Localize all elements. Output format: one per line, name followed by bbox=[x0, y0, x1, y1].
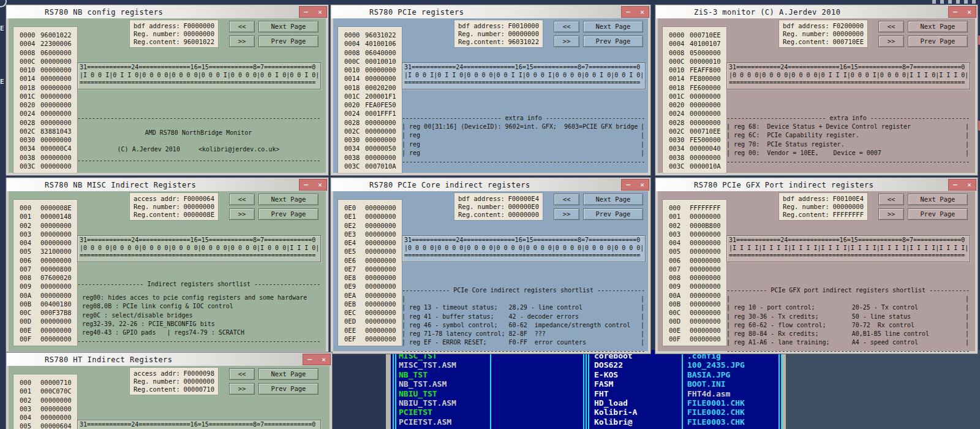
next-page-button[interactable]: Next Page bbox=[258, 368, 318, 380]
prev-page-button[interactable]: Prev Page bbox=[258, 36, 318, 47]
nav-forward-button[interactable]: >> bbox=[229, 36, 255, 47]
minimize-button[interactable]: – bbox=[621, 179, 635, 191]
next-page-button[interactable]: Next Page bbox=[908, 21, 968, 32]
file-item[interactable]: DOS622 bbox=[594, 360, 623, 370]
prev-page-button[interactable]: Prev Page bbox=[583, 36, 643, 47]
next-page-button[interactable]: Next Page bbox=[258, 194, 318, 205]
register-address: 0018 bbox=[344, 83, 360, 92]
file-item[interactable]: MISC_TST.ASM bbox=[399, 360, 456, 370]
file-item[interactable]: NB_TST.ASM bbox=[399, 379, 447, 389]
file-item[interactable]: FHT4d.asm bbox=[687, 389, 730, 398]
minimize-button[interactable]: – bbox=[948, 6, 962, 18]
close-button[interactable]: ✕ bbox=[962, 179, 976, 191]
titlebar[interactable]: RS780 HT Indirect Registers–✕ bbox=[7, 353, 331, 366]
file-item[interactable]: FHT bbox=[594, 389, 608, 398]
prev-page-button[interactable]: Prev Page bbox=[908, 208, 968, 220]
nav-forward-button[interactable]: >> bbox=[878, 36, 904, 47]
nav-back-button[interactable]: << bbox=[878, 194, 904, 205]
nav-back-button[interactable]: << bbox=[229, 21, 255, 32]
file-manager-panel[interactable]: MISC_TSTMISC_TST.ASMNB_TSTNB_TST.ASMNBIU… bbox=[391, 350, 782, 429]
register-value: 00000000 bbox=[40, 396, 72, 404]
window-content: 00000000710001000C070C002000000000030000… bbox=[9, 366, 330, 429]
file-item[interactable]: NB_TST bbox=[399, 370, 428, 379]
file-item[interactable]: FILE0003.CHK bbox=[687, 417, 745, 427]
file-item[interactable]: FILE0002.CHK bbox=[687, 408, 745, 417]
minimize-button[interactable]: – bbox=[299, 6, 313, 18]
titlebar[interactable]: RS780 PCIe GFX Port indirect registers–✕ bbox=[656, 178, 977, 191]
register-value: 00000604 bbox=[40, 422, 72, 429]
prev-page-button[interactable]: Prev Page bbox=[258, 208, 318, 220]
file-item[interactable]: FASM bbox=[594, 379, 613, 389]
nav-back-button[interactable]: << bbox=[878, 21, 904, 32]
register-value: 00000000 bbox=[40, 83, 72, 92]
titlebar[interactable]: ZiS-3 monitor (C) A.Jerdev 2010–✕ bbox=[656, 6, 977, 18]
prev-page-button[interactable]: Prev Page bbox=[583, 208, 643, 220]
titlebar[interactable]: RS780 PCIe Core indirect registers–✕ bbox=[331, 178, 650, 191]
minimize-button[interactable]: – bbox=[948, 179, 962, 191]
titlebar[interactable]: RS780 NB MISC Indirect Registers–✕ bbox=[7, 178, 328, 191]
nav-forward-button[interactable]: >> bbox=[229, 208, 255, 220]
nav-forward-button[interactable]: >> bbox=[878, 208, 904, 220]
file-item[interactable]: FILE0001.CHK bbox=[687, 398, 745, 408]
register-value: 00000000 bbox=[40, 335, 72, 343]
close-button[interactable]: ✕ bbox=[313, 179, 327, 191]
file-item[interactable]: NBIU_TST bbox=[399, 389, 437, 398]
register-row: 00600000000 bbox=[13, 256, 77, 265]
register-row: 0EF00000000 bbox=[338, 335, 402, 343]
file-item[interactable]: PCIETST.ASM bbox=[399, 417, 451, 427]
close-button[interactable]: ✕ bbox=[962, 6, 976, 18]
register-row: 0E600000000 bbox=[338, 256, 402, 265]
section-row: |reg 68: Device Status + Device Control … bbox=[726, 123, 969, 131]
next-page-button[interactable]: Next Page bbox=[908, 194, 968, 205]
file-item[interactable]: 100_2435.JPG bbox=[687, 360, 745, 370]
panel-border bbox=[588, 350, 589, 429]
register-address: 007 bbox=[669, 265, 685, 273]
file-manager-window[interactable]: MISC_TSTMISC_TST.ASMNB_TSTNB_TST.ASMNBIU… bbox=[386, 350, 786, 429]
file-item[interactable]: Kolibri-A bbox=[594, 408, 637, 417]
nav-forward-button[interactable]: >> bbox=[554, 208, 579, 220]
close-button[interactable]: ✕ bbox=[313, 6, 327, 18]
desktop-icon[interactable]: E bbox=[0, 78, 4, 86]
next-page-button[interactable]: Next Page bbox=[258, 21, 318, 32]
ruler-bits: |I 0 0 I|0 I I 0|0 0 0 0|0 0 0 0|0 0 0 I… bbox=[80, 72, 318, 80]
file-item[interactable]: E-KOS bbox=[594, 370, 618, 379]
minimize-button[interactable]: – bbox=[299, 179, 313, 191]
register-value: 00000040 bbox=[690, 144, 721, 153]
nav-back-button[interactable]: << bbox=[229, 194, 255, 205]
register-address: 0010 bbox=[669, 66, 685, 74]
close-button[interactable]: ✕ bbox=[635, 6, 649, 18]
prev-page-button[interactable]: Prev Page bbox=[258, 383, 318, 395]
file-item[interactable]: BOOT.INI bbox=[687, 379, 726, 389]
close-button[interactable]: ✕ bbox=[317, 354, 331, 365]
nav-back-button[interactable]: << bbox=[229, 368, 255, 380]
minimize-button[interactable]: – bbox=[621, 6, 635, 18]
ruler-scale: 31============24==============16=15=====… bbox=[80, 64, 318, 72]
titlebar[interactable]: RS780 PCIe registers–✕ bbox=[331, 6, 650, 18]
file-item[interactable]: PCIETST bbox=[399, 408, 432, 417]
register-value: 96001022 bbox=[40, 31, 72, 39]
file-item[interactable]: NBIU_TST.ASM bbox=[399, 398, 456, 408]
info-row: bdf address:F0200000 bbox=[783, 22, 864, 30]
nav-back-button[interactable]: << bbox=[554, 194, 579, 205]
titlebar[interactable]: RS780 NB config registers–✕ bbox=[7, 6, 328, 18]
prev-page-button[interactable]: Prev Page bbox=[908, 36, 968, 47]
window: ZiS-3 monitor (C) A.Jerdev 2010–✕0000000… bbox=[655, 5, 978, 175]
close-button[interactable]: ✕ bbox=[635, 179, 649, 191]
desktop-icon[interactable]: E bbox=[0, 25, 4, 32]
register-address: 0014 bbox=[669, 74, 685, 83]
nav-forward-button[interactable]: >> bbox=[229, 383, 255, 395]
register-value: 00000000 bbox=[365, 247, 396, 256]
register-list: 000FFFFFFFF001000000000020000B8000030000… bbox=[663, 200, 726, 346]
register-list: 0000000008E00100000148002000000000030000… bbox=[13, 200, 77, 346]
next-page-button[interactable]: Next Page bbox=[583, 21, 643, 32]
register-value: 000C070C bbox=[40, 387, 72, 395]
next-page-button[interactable]: Next Page bbox=[583, 194, 643, 205]
file-item[interactable]: HD_load bbox=[594, 398, 628, 408]
info-value: 00000710 bbox=[183, 385, 214, 393]
file-item[interactable]: Kolibri@ bbox=[594, 417, 633, 427]
nav-back-button[interactable]: << bbox=[554, 21, 579, 32]
register-value: 00000000 bbox=[365, 118, 396, 127]
file-item[interactable]: BASIA.JPG bbox=[687, 370, 730, 379]
nav-forward-button[interactable]: >> bbox=[554, 36, 579, 47]
minimize-button[interactable]: – bbox=[303, 354, 317, 365]
